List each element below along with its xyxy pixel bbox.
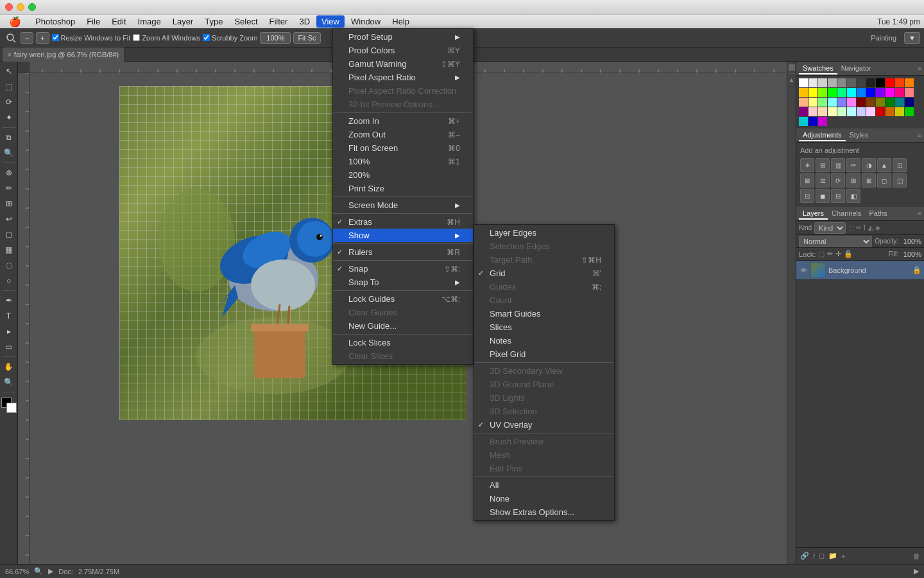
adj-icon-12[interactable]: ◻ [877,173,891,188]
minimize-button[interactable] [17,3,24,11]
menu-image[interactable]: Image [133,15,166,28]
swatch[interactable] [818,78,827,87]
adj-icon-15[interactable]: ◼ [816,189,830,203]
show-none[interactable]: None [474,492,614,505]
menu-item-rulers[interactable]: ✓ Rulers ⌘R [333,245,473,259]
panel-collapse-btn[interactable]: ≡ [918,65,921,72]
tab-adjustments[interactable]: Adjustments [799,130,846,141]
menu-item-snap-to[interactable]: Snap To ▶ [333,276,473,289]
swatch[interactable] [895,88,904,97]
menu-item-pixel-aspect-ratio[interactable]: Pixel Aspect Ratio ▶ [333,71,473,84]
swatch[interactable] [876,98,885,107]
menu-item-zoom-out[interactable]: Zoom Out ⌘– [333,128,473,141]
swatch[interactable] [818,107,827,116]
menu-layer[interactable]: Layer [167,15,199,28]
swatch[interactable] [847,107,856,116]
zoom-out-btn[interactable]: – [21,32,33,44]
add-mask-btn[interactable]: ◻ [819,552,825,560]
tab-paths[interactable]: Paths [866,208,891,220]
lock-position-icon[interactable]: ✛ [835,250,841,258]
maximize-button[interactable] [28,3,36,11]
swatch[interactable] [905,98,914,107]
menu-item-200pct[interactable]: 200% [333,168,473,182]
tool-shape[interactable]: ▭ [2,340,16,354]
menu-file[interactable]: File [81,15,105,28]
tool-text[interactable]: T [2,309,16,323]
menu-item-zoom-in[interactable]: Zoom In ⌘+ [333,114,473,128]
tool-spot-heal[interactable]: ⊕ [2,166,16,180]
resize-windows-checkbox[interactable] [52,34,59,41]
menu-select[interactable]: Select [229,15,262,28]
adj-icon-0[interactable]: ☀ [800,158,814,172]
swatch[interactable] [809,117,817,126]
menu-item-print-size[interactable]: Print Size [333,182,473,195]
tab-swatches[interactable]: Swatches [799,63,837,74]
fit-screen-btn[interactable]: Fit Sc [293,32,320,44]
tab-close-btn[interactable]: × [8,51,12,58]
swatch[interactable] [895,107,904,116]
show-extras-options[interactable]: Show Extras Options... [474,505,614,519]
tool-magic-wand[interactable]: ✦ [2,110,16,125]
swatch[interactable] [866,107,875,116]
adj-icon-10[interactable]: ⊞ [846,173,860,188]
menu-item-show[interactable]: Show ▶ [333,229,473,242]
tab-channels[interactable]: Channels [828,208,865,220]
swatch[interactable] [866,98,875,107]
swatch[interactable] [799,88,808,97]
adj-icon-7[interactable]: ⊠ [800,173,814,188]
swatch[interactable] [828,78,837,87]
menu-item-proof-setup[interactable]: Proof Setup ▶ [333,30,473,44]
menu-item-new-guide[interactable]: New Guide... [333,319,473,333]
new-layer-btn[interactable]: + [841,552,845,560]
adj-icon-1[interactable]: ⊞ [816,158,830,172]
adj-panel-collapse[interactable]: ≡ [918,132,921,139]
apple-menu[interactable]: 🍎 [4,15,26,29]
swatch[interactable] [837,107,846,116]
adj-icon-5[interactable]: ▲ [877,158,891,172]
menu-window[interactable]: Window [346,15,386,28]
tool-lasso[interactable]: ⟳ [2,95,16,109]
swatch[interactable] [866,88,875,97]
menu-item-lock-slices[interactable]: Lock Slices [333,336,473,349]
menu-item-proof-colors[interactable]: Proof Colors ⌘Y [333,44,473,57]
swatch[interactable] [818,117,827,126]
swatch[interactable] [905,78,914,87]
adj-icon-8[interactable]: ⚖ [816,173,830,188]
swatch[interactable] [857,88,866,97]
swatch[interactable] [886,88,894,97]
swatch[interactable] [905,88,914,97]
swatch[interactable] [809,98,817,107]
color-selector[interactable] [1,398,17,413]
show-all[interactable]: All [474,478,614,492]
workspace-dropdown[interactable]: ▼ [904,32,920,44]
tool-eraser[interactable]: ◻ [2,227,16,241]
menu-item-fit-screen[interactable]: Fit on Screen ⌘0 [333,141,473,155]
swatch[interactable] [809,88,817,97]
swatch[interactable] [847,88,856,97]
menu-item-extras[interactable]: ✓ Extras ⌘H [333,215,473,229]
adj-icon-13[interactable]: ◫ [893,173,907,188]
tool-pen[interactable]: ✒ [2,293,16,308]
zoom-input[interactable] [260,32,291,44]
swatch[interactable] [837,78,846,87]
swatch[interactable] [828,107,837,116]
new-group-btn[interactable]: 📁 [828,552,837,560]
swatch[interactable] [886,98,894,107]
tool-select-rect[interactable]: ⬚ [2,80,16,94]
lock-all-icon[interactable]: 🔒 [844,250,853,258]
swatch[interactable] [809,107,817,116]
swatch[interactable] [837,98,846,107]
tool-eyedropper[interactable]: 🔍 [2,146,16,160]
zoom-in-btn[interactable]: + [36,32,49,44]
tool-brush[interactable]: ✏ [2,181,16,195]
tab-navigator[interactable]: Navigator [837,63,875,74]
layer-visibility-icon[interactable]: 👁 [799,266,808,275]
swatch[interactable] [905,107,914,116]
collapse-toggle[interactable] [789,64,795,71]
add-style-btn[interactable]: f [813,552,815,560]
tool-path-select[interactable]: ▸ [2,324,16,338]
swatch[interactable] [857,98,866,107]
tool-dodge[interactable]: ○ [2,274,16,288]
menu-item-lock-guides[interactable]: Lock Guides ⌥⌘; [333,292,473,306]
tool-move[interactable]: ↖ [2,64,16,78]
